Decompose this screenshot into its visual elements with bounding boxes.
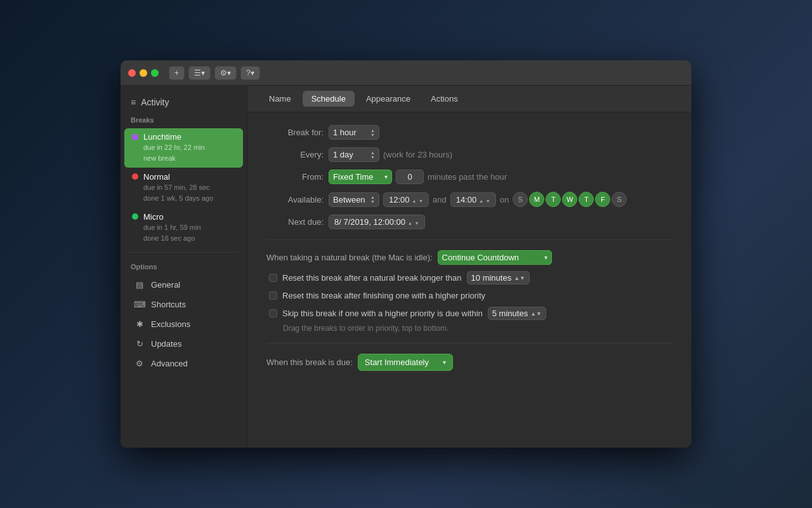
day-btn-fri[interactable]: F [595,192,610,207]
day-btn-sun[interactable]: S [513,192,528,207]
break-item-micro[interactable]: Micro due in 1 hr, 59 min done 16 sec ag… [124,208,243,248]
list-button[interactable]: ☰▾ [188,66,211,80]
sidebar-item-exclusions[interactable]: ✱ Exclusions [124,314,243,333]
when-due-label: When this break is due: [266,358,353,367]
every-label: Every: [266,150,324,159]
time-from-stepper[interactable]: ▲ ▼ [412,195,424,204]
day-btn-tue[interactable]: T [546,192,561,207]
tab-appearance[interactable]: Appearance [357,91,419,107]
shortcuts-label: Shortcuts [151,300,186,309]
updates-icon: ↻ [134,338,145,349]
every-note: (work for 23 hours) [383,150,452,159]
break-sub1-normal: due in 57 min, 28 sec [132,183,235,192]
skip-time-select[interactable]: 5 minutes ▲▼ [488,307,546,320]
next-due-row: Next due: 8/ 7/2019, 12:00:00 ▲ ▼ [266,215,672,229]
tf-up[interactable]: ▲ [412,199,417,203]
sidebar-item-general[interactable]: ▤ General [124,275,243,294]
break-for-select[interactable]: 1 hour ▲ ▼ [329,125,379,140]
next-due-control: 8/ 7/2019, 12:00:00 ▲ ▼ [329,215,425,229]
traffic-lights [128,69,159,77]
break-for-up[interactable]: ▲ [370,128,375,133]
reset-priority-label: Reset this break after finishing one wit… [282,291,485,300]
every-select[interactable]: 1 day ▲ ▼ [329,147,379,162]
on-label: on [500,195,509,204]
every-stepper[interactable]: ▲ ▼ [370,150,375,159]
add-button[interactable]: + [169,66,185,80]
avail-down[interactable]: ▼ [370,199,375,204]
close-button[interactable] [128,69,136,77]
nd-up[interactable]: ▲ [408,221,412,225]
skip-checkbox[interactable] [269,309,277,318]
from-select[interactable]: Fixed Time ▾ [329,170,392,184]
sidebar-activity-header: ≡ Activity [121,93,247,114]
minimize-button[interactable] [140,69,147,77]
tf-down[interactable]: ▼ [419,199,423,203]
available-label: Available: [266,195,324,204]
tab-name[interactable]: Name [260,91,300,107]
next-due-field[interactable]: 8/ 7/2019, 12:00:00 ▲ ▼ [329,215,425,229]
when-due-row: When this break is due: Start Immediatel… [266,354,672,371]
break-for-value: 1 hour [333,128,357,137]
when-due-select[interactable]: Start Immediately ▾ [358,354,453,371]
time-to-stepper[interactable]: ▲ ▼ [479,195,490,204]
fullscreen-button[interactable] [151,69,159,77]
and-label: and [433,195,447,204]
from-chevron-icon: ▾ [384,173,388,180]
break-name-micro: Micro [143,212,164,222]
tab-actions[interactable]: Actions [422,91,467,107]
day-btn-wed[interactable]: W [562,192,577,207]
breaks-section-label: Breaks [121,114,247,128]
every-control: 1 day ▲ ▼ (work for 23 hours) [329,147,452,162]
skip-label: Skip this break if one with a higher pri… [282,309,483,318]
reset-natural-time-select[interactable]: 10 minutes ▲▼ [467,271,530,284]
from-offset-field[interactable]: 0 [396,170,424,184]
from-label: From: [266,172,324,182]
available-mode-select[interactable]: Between ▲ ▼ [329,192,379,207]
every-down[interactable]: ▼ [370,155,375,159]
settings-button[interactable]: ⚙▾ [214,66,237,80]
day-btn-sat[interactable]: S [612,192,627,207]
section-divider-2 [266,343,672,344]
nd-down[interactable]: ▼ [415,221,419,225]
reset-natural-stepper[interactable]: ▲▼ [514,275,525,281]
break-for-down[interactable]: ▼ [370,133,375,137]
from-suffix: minutes past the hour [428,172,507,182]
right-panel: Name Schedule Appearance Actions Break f… [247,86,691,448]
break-dot-lunchtime [132,134,138,140]
sidebar-divider [128,252,239,253]
available-mode-stepper[interactable]: ▲ ▼ [370,195,375,204]
natural-break-select[interactable]: Continue Countdown ▾ [438,250,552,265]
skip-time-value: 5 minutes [492,309,528,318]
reset-priority-checkbox[interactable] [269,291,277,300]
sidebar-item-updates[interactable]: ↻ Updates [124,334,243,353]
natural-break-value: Continue Countdown [442,253,519,262]
time-to-field[interactable]: 14:00 ▲ ▼ [450,192,496,207]
day-buttons: S M T W T F S [513,192,627,207]
help-button[interactable]: ?▾ [240,66,260,80]
general-icon: ▤ [134,279,145,290]
day-btn-thu[interactable]: T [579,192,594,207]
break-for-stepper[interactable]: ▲ ▼ [370,128,375,137]
sidebar-item-advanced[interactable]: ⚙ Advanced [124,354,243,373]
time-from-field[interactable]: 12:00 ▲ ▼ [383,192,429,207]
break-item-normal[interactable]: Normal due in 57 min, 28 sec done 1 wk, … [124,168,243,208]
tt-down[interactable]: ▼ [486,199,490,203]
titlebar: + ☰▾ ⚙▾ ?▾ [121,60,691,86]
break-for-control: 1 hour ▲ ▼ [329,125,379,140]
next-due-stepper[interactable]: ▲ ▼ [408,217,419,227]
reset-natural-time-value: 10 minutes [471,273,512,283]
updates-label: Updates [151,339,181,349]
tt-up[interactable]: ▲ [479,199,483,203]
avail-up[interactable]: ▲ [370,195,375,199]
reset-natural-checkbox[interactable] [269,274,277,282]
natural-break-label: When taking a natural break (the Mac is … [266,253,433,262]
sidebar-item-shortcuts[interactable]: ⌨ Shortcuts [124,295,243,314]
break-item-lunchtime[interactable]: Lunchtime due in 22 hr, 22 min new break [124,128,243,168]
reset-priority-row: Reset this break after finishing one wit… [266,291,672,300]
every-up[interactable]: ▲ [370,150,375,155]
break-dot-micro [132,213,138,220]
from-row: From: Fixed Time ▾ 0 minutes past the ho… [266,170,672,184]
tab-schedule[interactable]: Schedule [303,91,355,107]
day-btn-mon[interactable]: M [529,192,544,207]
skip-stepper[interactable]: ▲▼ [530,311,542,317]
